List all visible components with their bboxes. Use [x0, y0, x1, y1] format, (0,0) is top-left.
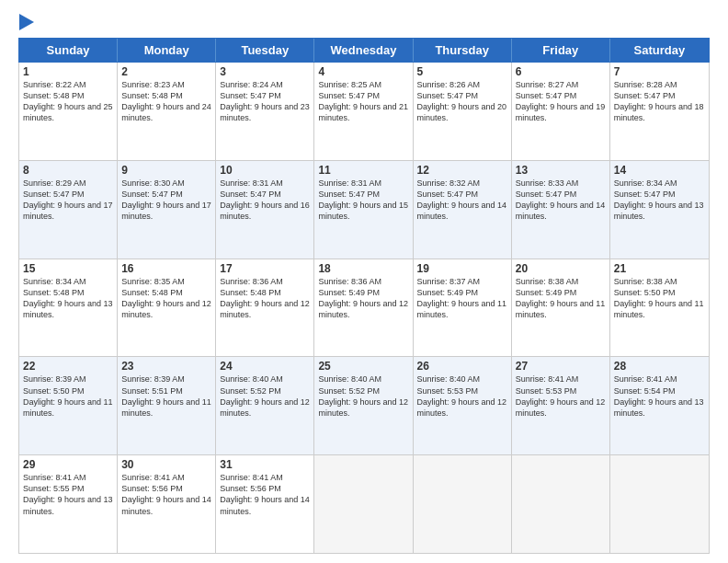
day-cell-28: 28Sunrise: 8:41 AMSunset: 5:54 PMDayligh… — [610, 357, 709, 454]
day-cell-31: 31Sunrise: 8:41 AMSunset: 5:56 PMDayligh… — [216, 455, 314, 553]
cell-info: Sunrise: 8:34 AMSunset: 5:48 PMDaylight:… — [23, 276, 113, 321]
day-cell-5: 5Sunrise: 8:26 AMSunset: 5:47 PMDaylight… — [414, 63, 512, 160]
calendar-body: 1Sunrise: 8:22 AMSunset: 5:48 PMDaylight… — [18, 63, 710, 554]
calendar-header: SundayMondayTuesdayWednesdayThursdayFrid… — [18, 38, 710, 63]
cell-info: Sunrise: 8:32 AMSunset: 5:47 PMDaylight:… — [417, 178, 507, 223]
day-number: 22 — [23, 360, 113, 373]
cell-info: Sunrise: 8:40 AMSunset: 5:53 PMDaylight:… — [417, 373, 507, 419]
day-cell-17: 17Sunrise: 8:36 AMSunset: 5:48 PMDayligh… — [216, 259, 314, 357]
header — [18, 14, 710, 30]
day-number: 24 — [220, 360, 310, 373]
day-cell-16: 16Sunrise: 8:35 AMSunset: 5:48 PMDayligh… — [118, 259, 216, 357]
cell-info: Sunrise: 8:24 AMSunset: 5:47 PMDaylight:… — [220, 79, 310, 124]
cell-info: Sunrise: 8:23 AMSunset: 5:48 PMDaylight:… — [121, 79, 211, 124]
day-number: 8 — [23, 164, 113, 177]
day-number: 25 — [318, 360, 408, 373]
day-number: 20 — [516, 262, 606, 275]
page: SundayMondayTuesdayWednesdayThursdayFrid… — [0, 0, 728, 563]
day-cell-15: 15Sunrise: 8:34 AMSunset: 5:48 PMDayligh… — [19, 259, 118, 357]
cell-info: Sunrise: 8:36 AMSunset: 5:49 PMDaylight:… — [318, 276, 408, 321]
cell-info: Sunrise: 8:38 AMSunset: 5:50 PMDaylight:… — [614, 276, 705, 321]
day-number: 14 — [614, 164, 705, 177]
cell-info: Sunrise: 8:41 AMSunset: 5:56 PMDaylight:… — [121, 472, 211, 517]
day-cell-18: 18Sunrise: 8:36 AMSunset: 5:49 PMDayligh… — [314, 259, 413, 357]
day-cell-25: 25Sunrise: 8:40 AMSunset: 5:52 PMDayligh… — [314, 357, 413, 454]
day-cell-21: 21Sunrise: 8:38 AMSunset: 5:50 PMDayligh… — [610, 259, 709, 357]
calendar-row-3: 15Sunrise: 8:34 AMSunset: 5:48 PMDayligh… — [19, 259, 709, 358]
day-cell-23: 23Sunrise: 8:39 AMSunset: 5:51 PMDayligh… — [118, 357, 216, 454]
cell-info: Sunrise: 8:41 AMSunset: 5:53 PMDaylight:… — [516, 373, 606, 419]
cell-info: Sunrise: 8:27 AMSunset: 5:47 PMDaylight:… — [516, 79, 606, 124]
header-day-friday: Friday — [512, 39, 610, 62]
day-number: 9 — [121, 164, 211, 177]
day-number: 3 — [220, 65, 310, 78]
day-cell-3: 3Sunrise: 8:24 AMSunset: 5:47 PMDaylight… — [216, 63, 314, 160]
day-cell-30: 30Sunrise: 8:41 AMSunset: 5:56 PMDayligh… — [118, 455, 216, 553]
logo-text — [18, 14, 36, 30]
header-day-thursday: Thursday — [414, 39, 512, 62]
day-cell-29: 29Sunrise: 8:41 AMSunset: 5:55 PMDayligh… — [19, 455, 118, 553]
day-number: 6 — [516, 65, 606, 78]
cell-info: Sunrise: 8:34 AMSunset: 5:47 PMDaylight:… — [614, 178, 705, 223]
cell-info: Sunrise: 8:25 AMSunset: 5:47 PMDaylight:… — [318, 79, 408, 124]
day-number: 7 — [614, 65, 705, 78]
day-number: 28 — [614, 360, 705, 373]
day-number: 12 — [417, 164, 507, 177]
cell-info: Sunrise: 8:35 AMSunset: 5:48 PMDaylight:… — [121, 276, 211, 321]
day-number: 17 — [220, 262, 310, 275]
header-day-sunday: Sunday — [19, 39, 118, 62]
cell-info: Sunrise: 8:41 AMSunset: 5:56 PMDaylight:… — [220, 472, 310, 517]
day-number: 16 — [121, 262, 211, 275]
cell-info: Sunrise: 8:39 AMSunset: 5:51 PMDaylight:… — [121, 373, 211, 419]
logo-icon — [19, 14, 34, 30]
day-cell-8: 8Sunrise: 8:29 AMSunset: 5:47 PMDaylight… — [19, 161, 118, 259]
empty-cell — [512, 455, 610, 553]
day-number: 27 — [516, 360, 606, 373]
day-cell-22: 22Sunrise: 8:39 AMSunset: 5:50 PMDayligh… — [19, 357, 118, 454]
cell-info: Sunrise: 8:40 AMSunset: 5:52 PMDaylight:… — [318, 373, 408, 419]
cell-info: Sunrise: 8:28 AMSunset: 5:47 PMDaylight:… — [614, 79, 705, 124]
header-day-wednesday: Wednesday — [314, 39, 413, 62]
day-cell-11: 11Sunrise: 8:31 AMSunset: 5:47 PMDayligh… — [314, 161, 413, 259]
day-number: 21 — [614, 262, 705, 275]
day-number: 11 — [318, 164, 408, 177]
cell-info: Sunrise: 8:31 AMSunset: 5:47 PMDaylight:… — [220, 178, 310, 223]
calendar-row-1: 1Sunrise: 8:22 AMSunset: 5:48 PMDaylight… — [19, 63, 709, 161]
cell-info: Sunrise: 8:38 AMSunset: 5:49 PMDaylight:… — [516, 276, 606, 321]
header-day-monday: Monday — [118, 39, 216, 62]
day-cell-10: 10Sunrise: 8:31 AMSunset: 5:47 PMDayligh… — [216, 161, 314, 259]
day-cell-14: 14Sunrise: 8:34 AMSunset: 5:47 PMDayligh… — [610, 161, 709, 259]
day-cell-12: 12Sunrise: 8:32 AMSunset: 5:47 PMDayligh… — [414, 161, 512, 259]
cell-info: Sunrise: 8:40 AMSunset: 5:52 PMDaylight:… — [220, 373, 310, 419]
calendar: SundayMondayTuesdayWednesdayThursdayFrid… — [18, 38, 710, 554]
day-cell-4: 4Sunrise: 8:25 AMSunset: 5:47 PMDaylight… — [314, 63, 413, 160]
day-cell-26: 26Sunrise: 8:40 AMSunset: 5:53 PMDayligh… — [414, 357, 512, 454]
day-cell-13: 13Sunrise: 8:33 AMSunset: 5:47 PMDayligh… — [512, 161, 610, 259]
day-number: 15 — [23, 262, 113, 275]
cell-info: Sunrise: 8:22 AMSunset: 5:48 PMDaylight:… — [23, 79, 113, 124]
cell-info: Sunrise: 8:31 AMSunset: 5:47 PMDaylight:… — [318, 178, 408, 223]
cell-info: Sunrise: 8:29 AMSunset: 5:47 PMDaylight:… — [23, 178, 113, 223]
day-number: 19 — [417, 262, 507, 275]
day-number: 2 — [121, 65, 211, 78]
day-number: 23 — [121, 360, 211, 373]
header-day-saturday: Saturday — [610, 39, 709, 62]
svg-marker-0 — [19, 14, 34, 30]
empty-cell — [314, 455, 413, 553]
day-cell-19: 19Sunrise: 8:37 AMSunset: 5:49 PMDayligh… — [414, 259, 512, 357]
header-day-tuesday: Tuesday — [216, 39, 314, 62]
day-number: 10 — [220, 164, 310, 177]
calendar-row-2: 8Sunrise: 8:29 AMSunset: 5:47 PMDaylight… — [19, 161, 709, 259]
calendar-row-4: 22Sunrise: 8:39 AMSunset: 5:50 PMDayligh… — [19, 357, 709, 455]
day-cell-24: 24Sunrise: 8:40 AMSunset: 5:52 PMDayligh… — [216, 357, 314, 454]
cell-info: Sunrise: 8:39 AMSunset: 5:50 PMDaylight:… — [23, 373, 113, 419]
day-cell-20: 20Sunrise: 8:38 AMSunset: 5:49 PMDayligh… — [512, 259, 610, 357]
day-cell-6: 6Sunrise: 8:27 AMSunset: 5:47 PMDaylight… — [512, 63, 610, 160]
day-cell-7: 7Sunrise: 8:28 AMSunset: 5:47 PMDaylight… — [610, 63, 709, 160]
day-number: 18 — [318, 262, 408, 275]
day-number: 26 — [417, 360, 507, 373]
cell-info: Sunrise: 8:37 AMSunset: 5:49 PMDaylight:… — [417, 276, 507, 321]
day-number: 13 — [516, 164, 606, 177]
day-number: 31 — [220, 458, 310, 471]
cell-info: Sunrise: 8:30 AMSunset: 5:47 PMDaylight:… — [121, 178, 211, 223]
